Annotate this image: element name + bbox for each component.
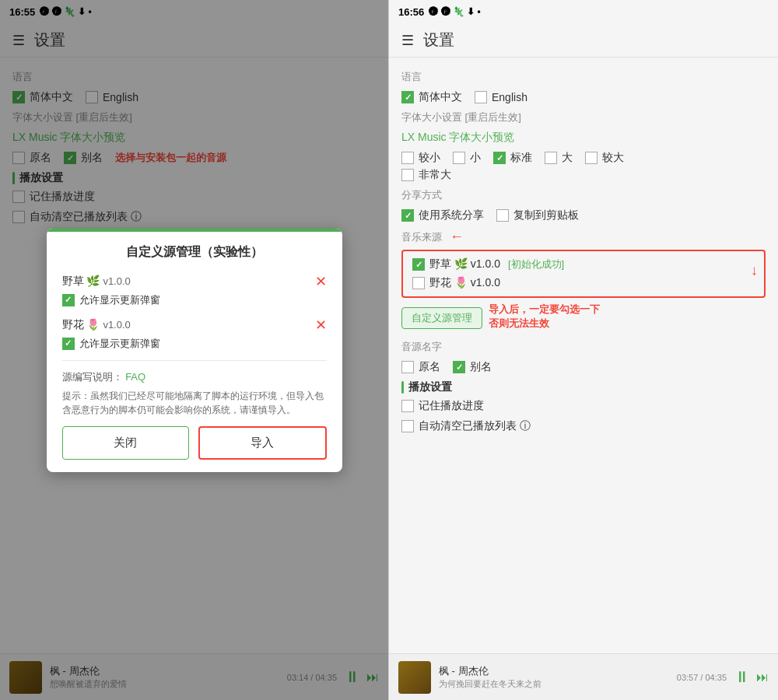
left-source-1-version: v1.0.0: [103, 275, 130, 287]
right-music-source-1[interactable]: 野草 🌿 v1.0.0 [初始化成功]: [412, 257, 755, 271]
left-source-2: 野花 🌷 v1.0.0 ✕ 允许显示更新弹窗: [62, 317, 327, 351]
right-remember-checkbox[interactable]: [401, 400, 414, 412]
right-panel: 16:56 🅐 🅐 🦎 ⬇ • ☰ 设置 语言 简体中文 English 字体大…: [389, 0, 778, 700]
right-status-bar: 16:56 🅐 🅐 🦎 ⬇ •: [389, 0, 778, 23]
right-menu-icon[interactable]: ☰: [401, 32, 414, 49]
right-custom-source-btn[interactable]: 自定义源管理: [401, 307, 482, 329]
right-size-xs-checkbox[interactable]: [401, 152, 414, 164]
left-faq-label: 源编写说明：: [62, 371, 123, 383]
left-modal-overlay: 自定义源管理（实验性） 野草 🌿 v1.0.0 ✕ 允许显示更新弹窗: [0, 0, 388, 700]
right-share-system-checkbox[interactable]: [401, 209, 414, 222]
left-source-2-checkbox-row[interactable]: 允许显示更新弹窗: [62, 337, 327, 351]
right-share-system[interactable]: 使用系统分享: [401, 208, 484, 222]
left-source-2-version: v1.0.0: [103, 319, 130, 331]
right-fontsize-label: 字体大小设置 [重启后生效]: [401, 110, 766, 124]
left-faq-row: 源编写说明： FAQ: [62, 370, 327, 384]
right-playback-section-header: 播放设置: [401, 380, 766, 394]
right-lang-zh-checkbox[interactable]: [401, 91, 414, 103]
left-source-1-delete[interactable]: ✕: [315, 273, 327, 290]
left-source-2-name: 野花 🌷 v1.0.0: [62, 318, 131, 332]
right-arrow-down: ↑: [751, 264, 758, 280]
right-play-button[interactable]: ⏸: [734, 668, 750, 686]
right-share-clipboard-checkbox[interactable]: [496, 209, 509, 222]
right-source-box: 野草 🌿 v1.0.0 [初始化成功] 野花 🌷 v1.0.0: [401, 250, 766, 298]
left-source-2-checkbox-label: 允许显示更新弹窗: [79, 337, 160, 351]
right-share-system-label: 使用系统分享: [419, 208, 484, 222]
right-music-src1-checkbox[interactable]: [412, 258, 425, 271]
right-lang-zh-label: 简体中文: [419, 90, 462, 104]
right-lang-zh[interactable]: 简体中文: [401, 90, 462, 104]
right-time: 16:56: [398, 6, 424, 18]
right-player-thumb: [398, 661, 431, 694]
left-import-button[interactable]: 导入: [198, 426, 327, 460]
left-source-1-checkbox[interactable]: [62, 294, 75, 306]
right-size-xxl-label: 非常大: [419, 168, 451, 182]
left-faq-link[interactable]: FAQ: [125, 371, 145, 383]
right-lang-en[interactable]: English: [475, 91, 527, 103]
right-player-subtitle: 为何挽回要赶在冬天来之前: [439, 678, 669, 690]
right-music-src1-name: 野草 🌿 v1.0.0: [429, 257, 500, 271]
right-app-header: ☰ 设置: [389, 23, 778, 58]
right-next-button[interactable]: ⏭: [756, 670, 769, 684]
right-size-lg-checkbox[interactable]: [545, 152, 557, 164]
right-share-clipboard[interactable]: 复制到剪贴板: [496, 208, 579, 222]
right-font-preview-link[interactable]: LX Music 字体大小预览: [401, 131, 766, 145]
left-panel: 16:55 🅐 🅐 🦎 ⬇ • ☰ 设置 语言 简体中文 English 字体大…: [0, 0, 389, 700]
right-custom-source-row: 自定义源管理 导入后，一定要勾选一下否则无法生效: [401, 303, 766, 334]
right-arrow-annotation: ←: [450, 229, 464, 245]
right-fontsize-row2: 非常大: [401, 168, 766, 182]
right-autoclear-option[interactable]: 自动清空已播放列表 ⓘ: [401, 419, 766, 433]
right-size-xxl[interactable]: 非常大: [401, 168, 451, 182]
left-modal-buttons: 关闭 导入: [62, 426, 327, 460]
right-share-clipboard-label: 复制到剪贴板: [513, 208, 579, 222]
right-total-time: 04:35: [705, 673, 727, 682]
right-playback-title: 播放设置: [408, 380, 452, 394]
right-size-sm-checkbox[interactable]: [453, 152, 465, 164]
right-autoclear-checkbox[interactable]: [401, 420, 414, 432]
right-size-md-label: 标准: [510, 151, 532, 165]
right-sound-source-row: 原名 别名: [401, 360, 766, 374]
left-source-1-checkbox-row[interactable]: 允许显示更新弹窗: [62, 293, 327, 307]
right-size-lg[interactable]: 大: [545, 151, 573, 165]
right-green-bar: [401, 381, 404, 394]
right-size-sm-label: 小: [470, 151, 481, 165]
left-source-2-delete[interactable]: ✕: [315, 317, 327, 334]
right-original-checkbox[interactable]: [401, 361, 414, 373]
right-original-option[interactable]: 原名: [401, 360, 440, 374]
left-source-1-name: 野草 🌿 v1.0.0: [62, 275, 131, 289]
right-size-xs[interactable]: 较小: [401, 151, 440, 165]
right-size-sm[interactable]: 小: [453, 151, 481, 165]
left-modal-divider: [62, 360, 327, 361]
right-player-info: 枫 - 周杰伦 为何挽回要赶在冬天来之前: [439, 664, 669, 690]
right-player-controls[interactable]: ⏸ ⏭: [734, 668, 769, 686]
right-size-xxl-checkbox[interactable]: [401, 169, 414, 181]
right-music-src2-checkbox[interactable]: [412, 277, 425, 289]
right-music-source-2[interactable]: 野花 🌷 v1.0.0: [412, 276, 755, 290]
right-music-src1-status: [初始化成功]: [508, 257, 564, 271]
right-share-label: 分享方式: [401, 188, 766, 202]
right-fontsize-row1: 较小 小 标准 大 较大: [401, 151, 766, 165]
left-source-2-checkbox[interactable]: [62, 338, 75, 350]
right-remember-option[interactable]: 记住播放进度: [401, 399, 766, 413]
right-share-options: 使用系统分享 复制到剪贴板: [401, 208, 766, 222]
left-source-2-row: 野花 🌷 v1.0.0 ✕: [62, 317, 327, 334]
right-music-source-header: 音乐来源 ←: [401, 229, 766, 245]
right-sound-source-label: 音源名字: [401, 340, 766, 354]
right-alias-checkbox[interactable]: [453, 361, 465, 373]
right-lang-en-checkbox[interactable]: [475, 91, 487, 103]
right-size-lg-label: 大: [562, 151, 573, 165]
right-size-md-checkbox[interactable]: [493, 152, 506, 164]
right-settings-content: 语言 简体中文 English 字体大小设置 [重启后生效] LX Music …: [389, 58, 778, 653]
left-modal-warning: 提示：虽然我们已经尽可能地隔离了脚本的运行环境，但导入包含恶意行为的脚本仍可能会…: [62, 389, 327, 417]
right-music-src2-name: 野花 🌷 v1.0.0: [429, 276, 500, 290]
right-alias-option[interactable]: 别名: [453, 360, 492, 374]
right-player-title: 枫 - 周杰伦: [439, 664, 669, 678]
right-app-title: 设置: [423, 30, 454, 51]
left-close-button[interactable]: 关闭: [62, 426, 189, 460]
left-modal: 自定义源管理（实验性） 野草 🌿 v1.0.0 ✕ 允许显示更新弹窗: [47, 229, 342, 472]
right-size-xl[interactable]: 较大: [585, 151, 624, 165]
right-size-md[interactable]: 标准: [493, 151, 532, 165]
right-size-xl-checkbox[interactable]: [585, 152, 598, 164]
left-modal-body: 自定义源管理（实验性） 野草 🌿 v1.0.0 ✕ 允许显示更新弹窗: [47, 232, 342, 472]
right-annotation-text: 导入后，一定要勾选一下否则无法生效: [489, 303, 600, 331]
